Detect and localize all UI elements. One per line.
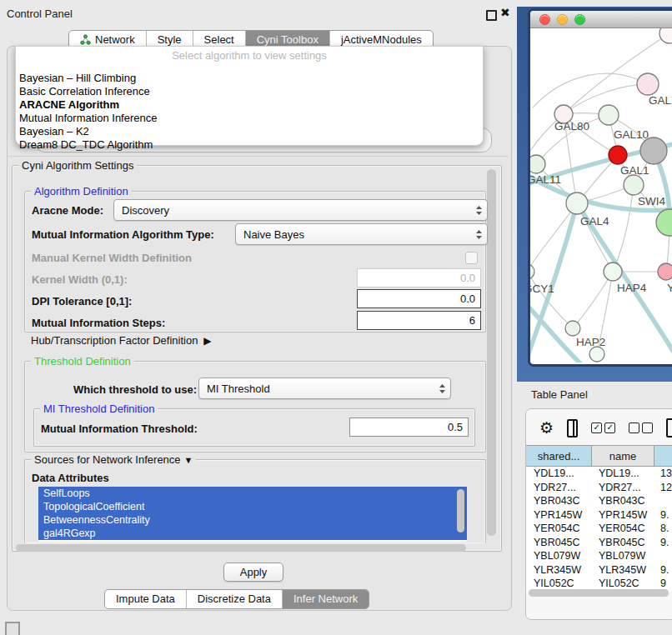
node-hap2[interactable] — [565, 321, 580, 336]
network-view-window: GAL7 GAL80 GAL10 GAL1 SWI4 GAL11 GAL4 GC… — [528, 8, 672, 367]
node-gal7[interactable] — [637, 73, 659, 95]
bottom-tabs: Impute Data Discretize Data Infer Networ… — [104, 589, 369, 609]
dropdown-item[interactable]: Bayesian – Hill Climbing — [16, 72, 483, 85]
mi-threshold-field[interactable]: 0.5 — [349, 418, 469, 437]
threshold-definition-group: Threshold Definition Which threshold to … — [24, 361, 486, 452]
node-gal4[interactable] — [566, 192, 588, 214]
mi-type-combobox[interactable]: Naive Bayes — [235, 223, 488, 245]
screen: { "control_panel": { "title": "Control P… — [0, 0, 672, 635]
mi-threshold-label: Mutual Information Threshold: — [41, 422, 198, 435]
node-label: GAL80 — [554, 120, 589, 132]
stepper-arrows-icon — [439, 383, 446, 394]
column-header-partial[interactable] — [654, 446, 672, 466]
split-columns-icon[interactable] — [567, 419, 578, 438]
table-row[interactable]: YLR345WYLR345W9. — [526, 563, 672, 578]
control-panel-title: Control Panel — [7, 8, 73, 20]
mi-steps-field[interactable]: 6 — [357, 311, 481, 330]
mi-type-label: Mutual Information Algorithm Type: — [32, 228, 214, 241]
node[interactable] — [589, 347, 604, 362]
control-panel-titlebar: Control Panel ✖ — [0, 0, 517, 25]
algorithm-definition-title: Algorithm Definition — [31, 185, 132, 198]
node[interactable] — [659, 28, 672, 43]
manual-kernel-label: Manual Kernel Width Definition — [32, 252, 192, 264]
node-swi4[interactable] — [624, 175, 644, 195]
settings-horizontal-scrollbar[interactable] — [16, 544, 483, 552]
table-row[interactable]: YDR27...YDR27...12 — [526, 481, 672, 495]
tab-impute-data[interactable]: Impute Data — [105, 590, 187, 608]
network-canvas[interactable]: GAL7 GAL80 GAL10 GAL1 SWI4 GAL11 GAL4 GC… — [530, 28, 672, 362]
attributes-list-scrollbar[interactable] — [457, 489, 464, 532]
node-pink[interactable] — [658, 263, 672, 280]
node-green-large[interactable] — [656, 209, 672, 236]
attribute-item-selected[interactable]: BetweennessCentrality — [38, 513, 467, 527]
node-label: HAP4 — [617, 282, 647, 294]
table-row[interactable]: YBR045CYBR045C9. — [526, 536, 672, 550]
table-row[interactable]: YPR145WYPR145W9. — [526, 508, 672, 522]
aracne-mode-combobox[interactable]: Discovery — [113, 199, 488, 221]
stepper-arrows-icon — [475, 205, 483, 216]
dropdown-item-highlighted[interactable]: ARACNE Algorithm — [16, 98, 483, 112]
attribute-item-selected[interactable]: gal4RGexp — [38, 527, 467, 540]
dropdown-item[interactable]: Bayesian – K2 — [16, 125, 483, 138]
dpi-tolerance-field[interactable]: 0.0 — [357, 289, 481, 308]
algorithm-dropdown-popup: Select algorithm to view settings Bayesi… — [15, 46, 484, 146]
sources-group-title[interactable]: Sources for Network Inference ▼ — [31, 453, 196, 466]
dropdown-item[interactable]: Mutual Information Inference — [16, 112, 483, 125]
node-hap4[interactable] — [604, 262, 622, 281]
node-label: GAL10 — [614, 128, 649, 141]
node-label: Y — [667, 282, 672, 294]
node-label: HAP2 — [576, 336, 605, 348]
apply-button[interactable]: Apply — [223, 562, 283, 582]
attribute-item-selected[interactable]: TopologicalCoefficient — [38, 500, 467, 513]
attributes-list: SelfLoops TopologicalCoefficient Between… — [38, 487, 467, 542]
node-label: SWI4 — [638, 195, 665, 208]
node-gal10[interactable] — [599, 105, 619, 125]
file-icon[interactable] — [666, 418, 672, 438]
tab-infer-network[interactable]: Infer Network — [283, 590, 369, 608]
node-label: GAL7 — [649, 94, 672, 107]
dropdown-item[interactable]: Basic Correlation Inference — [16, 85, 483, 98]
hub-definition-toggle[interactable]: Hub/Transcription Factor Definition ▶ — [31, 334, 212, 347]
table-row[interactable]: YBL079WYBL079W — [526, 549, 672, 563]
dropdown-item[interactable]: Dream8 DC_TDC Algorithm — [16, 138, 483, 152]
table-panel: ⚙ ✓✓ shared... name YDL19...YDL19...13 Y… — [525, 408, 672, 620]
table-row[interactable]: YBR043CYBR043C — [526, 494, 672, 508]
dock-panel-icon[interactable] — [5, 622, 20, 635]
mi-type-value: Naive Bayes — [243, 228, 475, 241]
float-window-icon[interactable] — [486, 10, 497, 21]
deselect-all-columns-icon[interactable] — [629, 422, 653, 433]
table-toolbar: ⚙ ✓✓ — [526, 409, 672, 445]
algorithm-definition-group: Algorithm Definition Aracne Mode: Discov… — [24, 191, 486, 332]
node-label: GCY1 — [530, 282, 554, 295]
stepper-arrows-icon — [475, 229, 483, 240]
which-threshold-combobox[interactable]: MI Threshold — [198, 378, 451, 399]
close-icon[interactable]: ✖ — [500, 6, 510, 19]
close-window-icon[interactable] — [539, 14, 550, 25]
node-gray[interactable] — [640, 138, 667, 164]
select-all-columns-icon[interactable]: ✓✓ — [591, 422, 615, 433]
node-gal11[interactable] — [530, 155, 545, 173]
attribute-item-selected[interactable]: SelfLoops — [38, 487, 467, 500]
sources-group: Sources for Network Inference ▼ Data Att… — [24, 459, 486, 543]
gear-icon[interactable]: ⚙ — [539, 421, 554, 436]
network-node-labels: GAL7 GAL80 GAL10 GAL1 SWI4 GAL11 GAL4 GC… — [530, 94, 672, 348]
table-header-row: shared... name — [526, 446, 672, 467]
mi-steps-label: Mutual Information Steps: — [32, 317, 165, 329]
table-horizontal-scrollbar[interactable] — [529, 589, 672, 597]
minimize-window-icon[interactable] — [557, 14, 568, 25]
zoom-window-icon[interactable] — [574, 14, 585, 25]
table-row[interactable]: YER054CYER054C8. — [526, 522, 672, 536]
tab-discretize-data[interactable]: Discretize Data — [187, 590, 283, 608]
settings-vertical-scrollbar[interactable] — [487, 169, 496, 536]
chevron-down-icon: ▼ — [184, 455, 193, 465]
manual-kernel-checkbox[interactable] — [465, 252, 478, 264]
column-header-name[interactable]: name — [592, 446, 654, 466]
column-header-shared-name[interactable]: shared... — [526, 446, 592, 466]
kernel-width-field[interactable]: 0.0 — [357, 268, 481, 288]
node-gcy1[interactable] — [530, 264, 534, 279]
network-window-titlebar — [530, 11, 672, 28]
table-row[interactable]: YDL19...YDL19...13 — [526, 467, 672, 481]
aracne-mode-label: Aracne Mode: — [32, 204, 103, 217]
node-gal1-selected[interactable] — [609, 146, 627, 164]
mi-threshold-group-title: MI Threshold Definition — [40, 402, 158, 415]
